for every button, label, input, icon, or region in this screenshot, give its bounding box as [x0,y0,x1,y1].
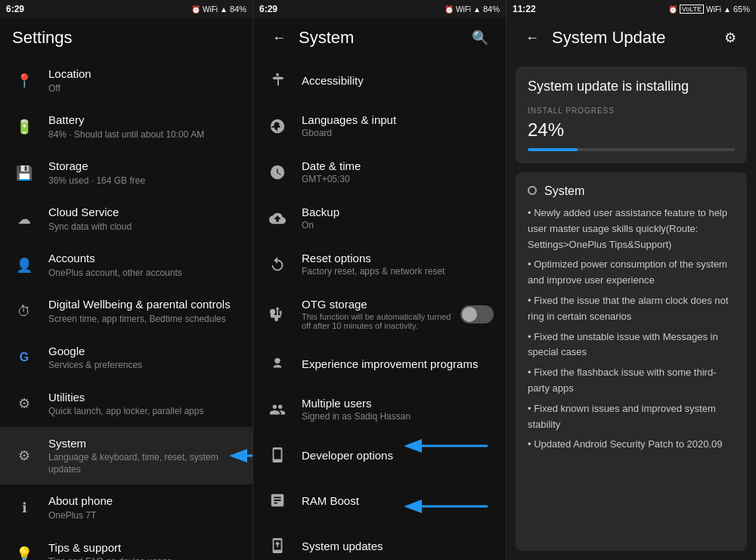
otg-icon [265,302,290,326]
accessibility-icon [265,68,290,92]
settings-gear-button[interactable]: ⚙ [717,24,744,51]
signal-icon-3: ▲ [723,5,731,14]
languages-title: Languages & input [302,113,494,126]
wellbeing-subtitle: Screen time, app timers, Bedtime schedul… [48,314,240,326]
progress-percent: 24% [528,119,735,141]
storage-title: Storage [48,159,240,174]
google-icon: G [12,345,36,370]
battery-2: 84% [483,5,500,14]
wifi-icon: WiFi [203,5,218,14]
experience-title: Experience improvement programs [302,357,494,370]
menu-item-experience[interactable]: Experience improvement programs [253,341,506,386]
multiuser-subtitle: Signed in as Sadiq Hassan [302,411,494,422]
menu-item-reset[interactable]: Reset options Factory reset, apps & netw… [253,241,506,287]
settings-item-system[interactable]: ⚙ System Language & keyboard, time, rese… [0,427,253,485]
settings-item-storage[interactable]: 💾 Storage 36% used · 164 GB free [0,150,253,196]
menu-item-multiuser[interactable]: Multiple users Signed in as Sadiq Hassan [253,386,506,432]
changelog-body: • Newly added user assistance feature to… [528,206,735,453]
progress-label: INSTALL PROGRESS [528,107,735,115]
back-button-3[interactable]: ← [519,24,546,51]
settings-item-battery[interactable]: 🔋 Battery 84% · Should last until about … [0,104,253,150]
cloud-subtitle: Sync data with cloud [48,221,240,234]
update-title: System update is installing [528,79,735,94]
settings-item-location[interactable]: 📍 Location Off [0,57,253,104]
wifi-icon-3: WiFi [706,5,721,14]
menu-item-backup[interactable]: Backup On [253,195,506,241]
backup-title: Backup [302,206,494,218]
menu-item-accessibility[interactable]: Accessibility [253,57,506,103]
accounts-subtitle: OnePlus account, other accounts [48,268,240,280]
alarm-icon: ⏰ [191,5,200,14]
utilities-title: Utilities [48,390,240,405]
battery-3: 65% [733,5,750,14]
accessibility-title: Accessibility [302,74,494,87]
status-icons-2: ⏰ WiFi ▲ 84% [445,5,500,14]
menu-item-otg[interactable]: OTG storage This function will be automa… [253,287,506,341]
sysupdates-icon [265,534,290,558]
location-title: Location [48,67,240,82]
settings-item-tips[interactable]: 💡 Tips & support Tips and FAQ on device … [0,531,253,560]
wellbeing-title: Digital Wellbeing & parental controls [48,297,240,312]
system-update-panel: 11:22 ⏰ VoLTE WiFi ▲ 65% ← System Update… [507,0,756,560]
changelog-bullet-2: • Fixed the issue that the alarm clock d… [528,293,735,325]
menu-item-sysupdates[interactable]: System updates [253,523,506,560]
datetime-icon [265,160,290,184]
reset-subtitle: Factory reset, apps & network reset [302,266,494,277]
back-button[interactable]: ← [265,24,293,51]
signal-icon: ▲ [220,5,228,14]
svg-point-2 [274,358,280,364]
storage-icon: 💾 [12,161,36,185]
accounts-icon: 👤 [12,253,36,277]
battery-title: Battery [48,113,240,128]
update-header: ← System Update ⚙ [507,18,756,57]
utilities-subtitle: Quick launch, app locker, parallel apps [48,406,240,418]
storage-subtitle: 36% used · 164 GB free [48,175,240,187]
search-button[interactable]: 🔍 [466,24,494,51]
utilities-icon: ⚙ [12,391,36,416]
about-subtitle: OnePlus 7T [48,510,240,522]
changelog-bullet-0: • Newly added user assistance feature to… [528,206,735,252]
datetime-title: Date & time [302,159,494,172]
otg-toggle[interactable] [460,305,494,323]
battery-1: 84% [230,5,246,14]
settings-item-about[interactable]: ℹ About phone OnePlus 7T [0,484,253,531]
settings-item-accounts[interactable]: 👤 Accounts OnePlus account, other accoun… [0,242,253,288]
developer-icon [265,443,290,467]
system-title: System [48,436,240,451]
menu-item-ramboost[interactable]: RAM Boost [253,478,506,523]
settings-panel: 6:29 ⏰ WiFi ▲ 84% Settings 📍 Location Of… [0,0,253,560]
settings-list: 📍 Location Off 🔋 Battery 84% · Should la… [0,57,253,560]
menu-item-datetime[interactable]: Date & time GMT+05:30 [253,149,506,195]
about-icon: ℹ [12,496,36,520]
status-icons-3: ⏰ VoLTE WiFi ▲ 65% [668,5,750,14]
accounts-title: Accounts [48,251,240,266]
settings-title: Settings [12,28,240,48]
system-header: ← System 🔍 [253,18,506,57]
settings-item-utilities[interactable]: ⚙ Utilities Quick launch, app locker, pa… [0,381,253,427]
multiuser-title: Multiple users [302,397,494,410]
status-bar-1: 6:29 ⏰ WiFi ▲ 84% [0,0,253,18]
changelog-bullet-5: • Fixed known issues and improved system… [528,401,735,433]
settings-header: Settings [0,18,253,57]
time-2: 6:29 [259,4,277,14]
settings-item-google[interactable]: G Google Services & preferences [0,335,253,381]
status-icons-1: ⏰ WiFi ▲ 84% [191,5,246,14]
battery-subtitle: 84% · Should last until about 10:00 AM [48,129,240,141]
battery-icon: 🔋 [12,115,36,139]
system-icon: ⚙ [12,444,36,468]
ramboost-title: RAM Boost [302,494,494,507]
system-panel: 6:29 ⏰ WiFi ▲ 84% ← System 🔍 Accessibili… [253,0,507,560]
languages-subtitle: Gboard [302,128,494,138]
settings-item-wellbeing[interactable]: ⏱ Digital Wellbeing & parental controls … [0,288,253,334]
tips-title: Tips & support [48,540,240,555]
update-panel-title: System Update [552,28,717,48]
ramboost-icon [265,488,290,512]
location-icon: 📍 [12,69,36,93]
settings-item-cloud[interactable]: ☁ Cloud Service Sync data with cloud [0,196,253,242]
developer-title: Developer options [302,449,494,462]
time-3: 11:22 [513,4,536,14]
menu-item-languages[interactable]: Languages & input Gboard [253,103,506,149]
backup-subtitle: On [302,220,494,230]
menu-item-developer[interactable]: Developer options [253,432,506,478]
progress-bar [528,148,735,151]
